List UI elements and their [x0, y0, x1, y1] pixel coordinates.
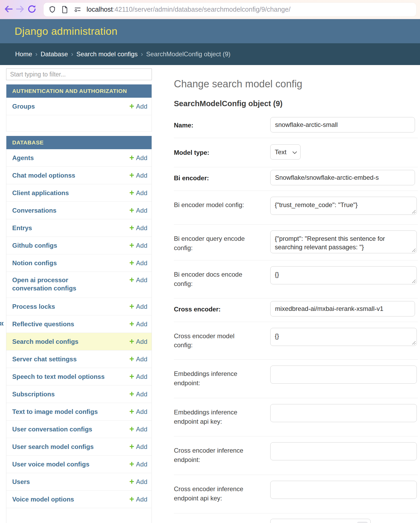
resize-handle-icon[interactable] [411, 247, 415, 252]
cross-encoder-input[interactable] [270, 301, 415, 316]
add-voice-model-options-button[interactable]: +Add [129, 495, 147, 503]
sidebar-section-caption[interactable]: DATABASE [6, 136, 152, 149]
cross-encoder-model-config-textarea[interactable]: {} [270, 328, 417, 346]
plus-icon: + [129, 355, 134, 363]
add-text-to-image-model-configs-button[interactable]: +Add [129, 408, 147, 416]
back-button[interactable] [3, 4, 14, 15]
sidebar-item-label: Conversations [12, 206, 57, 215]
breadcrumb-link[interactable]: Database [41, 50, 68, 58]
bi-encoder-docs-encode-config-textarea[interactable]: {} [270, 266, 417, 284]
forward-button[interactable] [14, 4, 26, 15]
sidebar-item-groups[interactable]: Groups+Add [6, 98, 152, 115]
form-row-cross-encoder-inference-endpoint-api-key: Cross encoder inferenceendpoint api key: [174, 475, 418, 513]
resize-handle-icon[interactable] [411, 340, 415, 345]
sidebar-item-process-locks[interactable]: Process locks+Add [6, 298, 152, 315]
add-reflective-questions-button[interactable]: +Add [129, 320, 147, 328]
bi-encoder-input[interactable] [270, 170, 415, 185]
add-search-model-configs-button[interactable]: +Add [129, 337, 147, 346]
bi-encoder-query-encode-config-textarea[interactable]: {"prompt": "Represent this sentence for … [270, 230, 417, 253]
sidebar-item-label: Search model configs [12, 337, 78, 346]
add-groups-button[interactable]: +Add [129, 102, 147, 110]
field-control-embeddings-inference-endpoint-api-key [270, 404, 417, 426]
sidebar-item-user-conversation-configs[interactable]: User conversation configs+Add [6, 421, 152, 438]
sidebar-item-agents[interactable]: Agents+Add [6, 149, 152, 167]
cross-encoder-inference-endpoint-api-key-input[interactable] [270, 481, 417, 499]
shield-icon[interactable] [48, 6, 56, 14]
bi-encoder-confidence-threshold-number-input[interactable]: 0.18 [270, 519, 371, 523]
add-github-configs-button[interactable]: +Add [129, 241, 147, 250]
page-info-icon[interactable] [61, 6, 68, 14]
plus-icon: + [129, 425, 134, 433]
add-user-conversation-configs-button[interactable]: +Add [129, 425, 147, 433]
sidebar-item-user-search-model-configs[interactable]: User search model configs+Add [6, 438, 152, 456]
bi-encoder-model-config-textarea[interactable]: {"trust_remote_code": "True"} [270, 197, 417, 215]
sidebar-item-search-model-configs[interactable]: Search model configs+Add [6, 333, 152, 350]
sidebar-item-users[interactable]: Users+Add [6, 473, 152, 491]
sidebar-item-text-to-image-model-configs[interactable]: Text to image model configs+Add [6, 403, 152, 421]
add-label: Add [136, 443, 147, 451]
refresh-button[interactable] [26, 4, 38, 15]
address-bar[interactable]: localhost:42110/server/admin/database/se… [44, 3, 416, 16]
breadcrumb-separator: › [141, 50, 143, 58]
url-text[interactable]: localhost:42110/server/admin/database/se… [87, 6, 290, 13]
add-entrys-button[interactable]: +Add [129, 224, 147, 232]
add-notion-configs-button[interactable]: +Add [129, 259, 147, 267]
site-title[interactable]: Django administration [15, 25, 118, 37]
sidebar-item-speech-to-text-model-optionss[interactable]: Speech to text model optionss+Add [6, 368, 152, 385]
add-client-applications-button[interactable]: +Add [129, 189, 147, 197]
sidebar-item-user-voice-model-configs[interactable]: User voice model configs+Add [6, 456, 152, 473]
add-label: Add [136, 224, 147, 232]
embeddings-inference-endpoint-api-key-input[interactable] [270, 404, 417, 422]
field-control-bi-encoder-model-config: {"trust_remote_code": "True"} [270, 197, 417, 215]
sidebar-item-open-ai-processor-conversation-configs[interactable]: Open ai processorconversation configs+Ad… [6, 272, 152, 298]
breadcrumb-separator: › [71, 50, 73, 58]
add-subscriptions-button[interactable]: +Add [129, 390, 147, 398]
resize-handle-icon[interactable] [411, 278, 415, 283]
selected-option: Text [275, 148, 286, 156]
plus-icon: + [129, 276, 134, 284]
add-user-voice-model-configs-button[interactable]: +Add [129, 460, 147, 468]
add-user-search-model-configs-button[interactable]: +Add [129, 443, 147, 451]
sidebar-item-client-applications[interactable]: Client applications+Add [6, 184, 152, 202]
sidebar-blank-row [6, 508, 152, 523]
model-type-select[interactable]: Text [270, 144, 301, 160]
add-speech-to-text-model-optionss-button[interactable]: +Add [129, 372, 147, 381]
add-conversations-button[interactable]: +Add [129, 206, 147, 215]
url-path: :42110/server/admin/database/searchmodel… [113, 6, 290, 13]
embeddings-inference-endpoint-input[interactable] [270, 366, 417, 384]
sidebar-section-caption[interactable]: AUTHENTICATION AND AUTHORIZATION [6, 84, 152, 98]
sidebar-item-label: Reflective questions [12, 320, 74, 328]
add-server-chat-settingss-button[interactable]: +Add [129, 355, 147, 363]
resize-handle-icon[interactable] [411, 209, 415, 213]
breadcrumb-separator: › [35, 50, 37, 58]
name-input[interactable] [270, 117, 415, 132]
field-label-embeddings-inference-endpoint: Embeddings inferenceendpoint: [174, 366, 270, 388]
add-process-locks-button[interactable]: +Add [129, 302, 147, 311]
sidebar-item-reflective-questions[interactable]: Reflective questions+Add [6, 315, 152, 333]
add-users-button[interactable]: +Add [129, 478, 147, 486]
field-control-bi-encoder [270, 170, 415, 185]
sidebar-filter-input[interactable] [6, 68, 152, 80]
sidebar-item-server-chat-settingss[interactable]: Server chat settingss+Add [6, 350, 152, 368]
field-label-name: Name: [174, 117, 270, 132]
number-stepper[interactable] [357, 522, 368, 523]
permissions-icon[interactable] [73, 6, 82, 13]
form-row-bi-encoder: Bi encoder: [174, 167, 418, 191]
sidebar-item-conversations[interactable]: Conversations+Add [6, 202, 152, 219]
add-open-ai-processor-conversation-configs-button[interactable]: +Add [129, 276, 147, 284]
sidebar-item-notion-configs[interactable]: Notion configs+Add [6, 254, 152, 272]
sidebar-item-voice-model-options[interactable]: Voice model options+Add [6, 491, 152, 508]
sidebar-item-label: Voice model options [12, 495, 74, 503]
sidebar-collapse-toggle[interactable]: « [0, 318, 4, 328]
breadcrumb-link[interactable]: Home [15, 50, 32, 58]
textarea-value: {"trust_remote_code": "True"} [275, 201, 358, 208]
add-agents-button[interactable]: +Add [129, 154, 147, 162]
add-chat-model-optionss-button[interactable]: +Add [129, 171, 147, 179]
sidebar-item-entrys[interactable]: Entrys+Add [6, 219, 152, 237]
field-label-bi-encoder-docs-encode-config: Bi encoder docs encodeconfig: [174, 266, 270, 289]
breadcrumb-link[interactable]: Search model configs [76, 50, 138, 58]
sidebar-item-chat-model-optionss[interactable]: Chat model optionss+Add [6, 167, 152, 184]
sidebar-item-github-configs[interactable]: Github configs+Add [6, 237, 152, 254]
cross-encoder-inference-endpoint-input[interactable] [270, 442, 417, 460]
sidebar-item-subscriptions[interactable]: Subscriptions+Add [6, 385, 152, 403]
